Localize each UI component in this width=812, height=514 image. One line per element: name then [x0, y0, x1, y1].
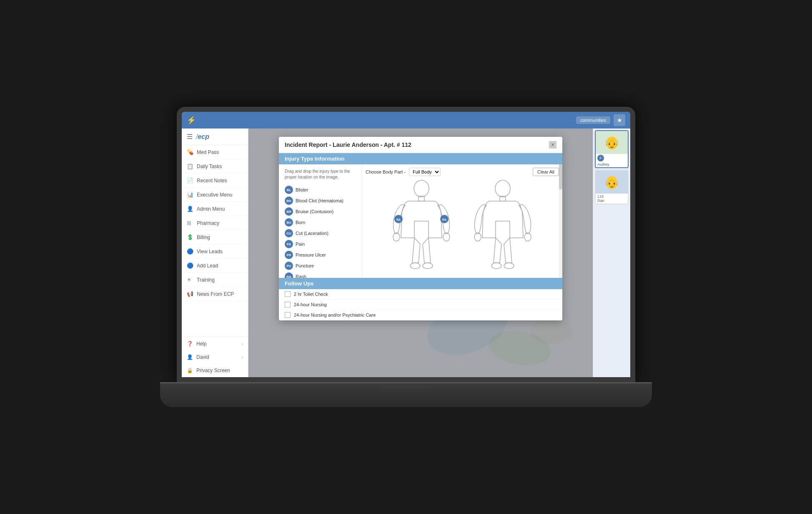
- body-controls: Choose Body Part - Full Body Front Back …: [366, 168, 559, 176]
- sidebar-item-add-lead[interactable]: 🔵 Add Lead: [182, 259, 248, 273]
- sidebar-label-recent-notes: Recent Notes: [197, 178, 227, 184]
- favorites-button[interactable]: ★: [614, 114, 625, 126]
- sidebar-label-help: Help: [196, 341, 207, 347]
- sidebar-label-med-pass: Med Pass: [197, 149, 219, 155]
- sidebar-label-executive-menu: Executive Menu: [197, 192, 232, 198]
- injury-item-bruise[interactable]: BR Bruise (Contusion): [285, 206, 356, 217]
- sidebar-item-privacy-screen[interactable]: 🔒 Privacy Screen: [182, 364, 248, 377]
- resident-badge-audrey: F: [597, 155, 604, 161]
- resident-info-audrey: F Audrey: [596, 154, 628, 167]
- svg-point-2: [393, 233, 400, 241]
- sidebar-item-training[interactable]: ☀ Training: [182, 273, 248, 287]
- injury-badge-bl: BL: [285, 186, 293, 194]
- followup-item-0: 2 hr Toilet Check: [279, 289, 562, 300]
- injury-label-pressure-ulcer: Pressure Ulcer: [296, 252, 326, 257]
- logo-slash: /: [196, 133, 198, 140]
- sidebar: ☰ /ecp 💊 Med Pass 📋 Daily Tasks: [182, 128, 248, 377]
- injury-item-pain[interactable]: PA Pain: [285, 239, 356, 249]
- resident-card-dan[interactable]: 👴 118 Dan: [595, 170, 629, 204]
- injury-item-burn[interactable]: BU Burn: [285, 217, 356, 228]
- med-pass-icon: 💊: [187, 149, 193, 155]
- followups-section: Follow Ups 2 hr Toilet Check 24-hour Nur…: [279, 278, 562, 320]
- sidebar-item-view-leads[interactable]: 🔵 View Leads: [182, 244, 248, 259]
- hamburger-icon[interactable]: ☰: [187, 133, 193, 141]
- injury-item-rash[interactable]: RA Rash: [285, 271, 356, 278]
- sidebar-label-news: News From ECP: [197, 291, 234, 297]
- chevron-right-icon-2: ›: [242, 355, 243, 360]
- user-icon: 👤: [187, 354, 193, 360]
- resident-name-dan: Dan: [597, 199, 604, 203]
- followup-item-2: 24-hour Nursing and/or Psychiatric Care: [279, 310, 562, 320]
- billing-icon: 💲: [187, 234, 193, 240]
- incident-report-modal: Incident Report - Laurie Anderson - Apt.…: [279, 137, 562, 320]
- sidebar-item-news-from-ecp[interactable]: 📢 News From ECP: [182, 287, 248, 301]
- sidebar-label-training: Training: [197, 277, 215, 283]
- injury-label-burn: Burn: [296, 220, 305, 225]
- drag-instruction: Drag and drop the injury type to the pro…: [285, 169, 356, 180]
- communities-button[interactable]: communities: [576, 116, 610, 124]
- view-leads-icon: 🔵: [187, 248, 193, 254]
- body-figures: RA RA: [366, 179, 559, 275]
- sidebar-label-admin-menu: Admin Menu: [197, 206, 225, 212]
- injury-label-blister: Blister: [296, 187, 308, 192]
- sidebar-label-billing: Billing: [197, 234, 210, 240]
- injury-item-blister[interactable]: BL Blister: [285, 184, 356, 195]
- injury-label-pain: Pain: [296, 242, 305, 247]
- lock-icon: 🔒: [187, 368, 193, 373]
- svg-point-0: [414, 180, 429, 197]
- followup-checkbox-2[interactable]: [285, 312, 291, 318]
- sidebar-item-med-pass[interactable]: 💊 Med Pass: [182, 145, 248, 159]
- sidebar-item-help[interactable]: ❓ Help ›: [182, 337, 248, 350]
- sidebar-label-privacy: Privacy Screen: [196, 368, 230, 373]
- resident-card-audrey[interactable]: 👴 F Audrey: [595, 130, 629, 168]
- injury-item-cut[interactable]: CU Cut (Laceration): [285, 228, 356, 239]
- choose-part-label: Choose Body Part -: [366, 169, 406, 174]
- laptop-notch: [381, 383, 431, 388]
- modal-close-button[interactable]: ×: [549, 141, 556, 149]
- injury-item-pressure-ulcer[interactable]: PR Pressure Ulcer: [285, 249, 356, 260]
- injury-label-bruise: Bruise (Contusion): [296, 209, 333, 214]
- injury-label-cut: Cut (Laceration): [296, 231, 328, 236]
- resident-apt-dan: 118: [597, 194, 604, 199]
- followups-section-header: Follow Ups: [279, 278, 562, 289]
- recent-notes-icon: 📄: [187, 177, 193, 184]
- clear-all-button[interactable]: Clear All: [533, 168, 559, 176]
- scrollbar-thumb[interactable]: [559, 164, 562, 189]
- sidebar-item-pharmacy[interactable]: ⊞ Pharmacy: [182, 216, 248, 230]
- injury-list-panel: Drag and drop the injury type to the pro…: [279, 164, 362, 278]
- injury-badge-pa: PA: [285, 240, 293, 248]
- resident-silhouette-audrey: 👴: [604, 135, 619, 150]
- modal-body: Drag and drop the injury type to the pro…: [279, 164, 562, 278]
- modal-scrollbar[interactable]: [559, 164, 562, 278]
- svg-point-4: [410, 263, 420, 269]
- sidebar-item-executive-menu[interactable]: 📊 Executive Menu: [182, 188, 248, 202]
- injury-item-blood-clot[interactable]: BH Blood Clot (Hematoma): [285, 195, 356, 206]
- injury-item-puncture[interactable]: PU Puncture: [285, 260, 356, 271]
- followup-item-1: 24-hour Nursing: [279, 300, 562, 310]
- help-icon: ❓: [187, 341, 193, 347]
- right-panel: 👴 F Audrey 👴 118: [593, 128, 630, 377]
- svg-point-13: [524, 233, 531, 241]
- laptop-base: [160, 382, 652, 407]
- sidebar-item-recent-notes[interactable]: 📄 Recent Notes: [182, 174, 248, 188]
- followup-label-1: 24-hour Nursing: [294, 302, 327, 307]
- sidebar-item-billing[interactable]: 💲 Billing: [182, 230, 248, 244]
- modal-header: Incident Report - Laurie Anderson - Apt.…: [279, 137, 562, 153]
- followup-checkbox-0[interactable]: [285, 291, 291, 297]
- add-lead-icon: 🔵: [187, 262, 193, 269]
- body-figure-front: RA RA: [389, 179, 454, 271]
- admin-menu-icon: 👤: [187, 206, 193, 212]
- body-part-select[interactable]: Full Body Front Back: [409, 168, 441, 176]
- sidebar-item-david[interactable]: 👤 David ›: [182, 350, 248, 364]
- sidebar-label-add-lead: Add Lead: [197, 263, 218, 269]
- followup-checkbox-1[interactable]: [285, 302, 291, 307]
- daily-tasks-icon: 📋: [187, 163, 193, 169]
- news-icon: 📢: [187, 291, 193, 297]
- sidebar-item-daily-tasks[interactable]: 📋 Daily Tasks: [182, 159, 248, 174]
- modal-title: Incident Report - Laurie Anderson - Apt.…: [285, 141, 411, 148]
- injury-badge-ra: RA: [285, 272, 293, 278]
- svg-text:RA: RA: [396, 218, 401, 221]
- svg-point-15: [504, 263, 514, 269]
- sidebar-item-admin-menu[interactable]: 👤 Admin Menu: [182, 202, 248, 216]
- chevron-right-icon: ›: [242, 342, 243, 346]
